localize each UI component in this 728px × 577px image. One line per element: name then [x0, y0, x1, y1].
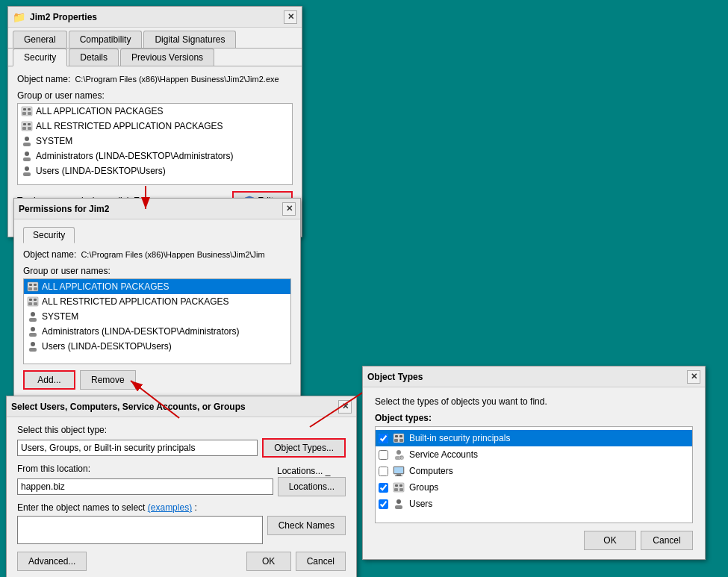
- checkbox-users[interactable]: Users: [376, 496, 692, 512]
- tab-security[interactable]: Security: [13, 49, 67, 66]
- jim2-properties-titlebar: 📁 Jim2 Properties ✕: [8, 7, 302, 28]
- checkbox-groups[interactable]: Groups: [376, 479, 692, 496]
- perm-list-item-system[interactable]: SYSTEM: [24, 309, 290, 324]
- location-row: Locations...: [17, 477, 346, 496]
- checkbox-computers[interactable]: Computers: [376, 463, 692, 479]
- enter-names-label: Enter the object names to select (exampl…: [17, 502, 346, 513]
- perm-user-icon-3: [27, 340, 39, 352]
- svg-rect-40: [399, 435, 402, 437]
- list-item-users[interactable]: Users (LINDA-DESKTOP\Users): [18, 163, 292, 178]
- svg-point-43: [396, 450, 401, 455]
- checkbox-users-input[interactable]: [379, 499, 388, 509]
- check-names-button[interactable]: Check Names: [267, 516, 346, 535]
- checkbox-groups-input[interactable]: [379, 483, 388, 493]
- users-icon: [393, 498, 405, 510]
- perm-object-name-label: Object name:: [23, 249, 76, 260]
- location-input[interactable]: [17, 478, 273, 495]
- cancel-button-select[interactable]: Cancel: [296, 552, 346, 571]
- list-item-administrators[interactable]: Administrators (LINDA-DESKTOP\Administra…: [18, 149, 292, 163]
- object-type-input[interactable]: [17, 440, 258, 456]
- tab-previous-versions[interactable]: Previous Versions: [120, 49, 214, 66]
- svg-rect-50: [395, 475, 402, 476]
- list-item-all-app[interactable]: ALL APPLICATION PACKAGES: [18, 104, 292, 119]
- object-types-button[interactable]: Object Types...: [262, 438, 346, 458]
- advanced-button[interactable]: Advanced...: [17, 552, 87, 571]
- checkbox-service-accounts[interactable]: ⚙ Service Accounts: [376, 446, 692, 463]
- perm-users-list[interactable]: ALL APPLICATION PACKAGES ALL RESTRICTED …: [23, 278, 291, 364]
- svg-rect-24: [28, 302, 32, 305]
- svg-rect-4: [28, 112, 31, 115]
- perm-group-icon-1: [27, 281, 39, 293]
- perm-list-item-administrators[interactable]: Administrators (LINDA-DESKTOP\Administra…: [24, 324, 290, 339]
- svg-point-10: [25, 137, 29, 141]
- svg-rect-25: [34, 302, 37, 305]
- object-types-dialog: Object Types ✕ Select the types of objec…: [362, 366, 706, 560]
- list-item-all-restricted[interactable]: ALL RESTRICTED APPLICATION PACKAGES: [18, 119, 292, 134]
- group-icon-1: [21, 105, 33, 117]
- svg-rect-23: [34, 299, 37, 301]
- user-icon-3: [21, 165, 33, 177]
- perm-list-item-users[interactable]: Users (LINDA-DESKTOP\Users): [24, 339, 290, 354]
- permissions-titlebar: Permissions for Jim2 ✕: [14, 199, 300, 219]
- checkbox-built-in[interactable]: Built-in security principals: [376, 430, 692, 446]
- tab-compatibility[interactable]: Compatibility: [69, 31, 143, 48]
- svg-rect-15: [23, 172, 31, 176]
- svg-rect-41: [394, 439, 398, 442]
- select-users-close[interactable]: ✕: [338, 400, 352, 414]
- perm-user-icon-1: [27, 311, 39, 322]
- location-label: From this location:: [17, 464, 346, 474]
- properties-folder-icon: 📁: [13, 11, 25, 23]
- remove-button[interactable]: Remove: [80, 370, 136, 390]
- object-types-label: Object types:: [375, 413, 693, 423]
- checkbox-computers-input[interactable]: [379, 467, 388, 476]
- names-input[interactable]: [18, 517, 262, 543]
- svg-rect-48: [394, 467, 403, 473]
- jim2-properties-title: Jim2 Properties: [30, 12, 97, 22]
- tab-security-perms[interactable]: Security: [23, 227, 75, 243]
- svg-rect-9: [28, 127, 31, 130]
- svg-rect-57: [395, 505, 402, 509]
- object-name-label: Object name:: [17, 74, 70, 84]
- object-types-title: Object Types: [367, 372, 423, 382]
- cancel-button-object-types[interactable]: Cancel: [641, 531, 693, 550]
- ok-button-object-types[interactable]: OK: [584, 531, 636, 550]
- select-users-content: Select this object type: Object Types...…: [7, 417, 356, 577]
- svg-rect-49: [396, 474, 401, 475]
- svg-rect-7: [28, 123, 31, 125]
- svg-rect-42: [399, 439, 403, 442]
- built-in-icon: [393, 432, 405, 444]
- list-item-system[interactable]: SYSTEM: [18, 134, 292, 149]
- svg-rect-17: [29, 284, 32, 286]
- svg-rect-22: [29, 299, 32, 301]
- object-name-value: C:\Program Files (x86)\Happen Business\J…: [75, 75, 279, 84]
- tab-general[interactable]: General: [13, 31, 67, 48]
- checkbox-built-in-input[interactable]: [379, 434, 388, 443]
- perm-user-icon-2: [27, 325, 39, 337]
- jim2-properties-close[interactable]: ✕: [284, 10, 297, 24]
- examples-link[interactable]: (examples): [148, 502, 192, 513]
- tab-details[interactable]: Details: [69, 49, 119, 66]
- locations-button[interactable]: Locations...: [278, 477, 346, 496]
- group-label: Group or user names:: [17, 90, 293, 101]
- svg-point-56: [396, 499, 401, 504]
- select-users-dialog: Select Users, Computers, Service Account…: [6, 396, 357, 577]
- perm-list-item-all-restricted[interactable]: ALL RESTRICTED APPLICATION PACKAGES: [24, 294, 290, 309]
- jim2-tabs-bar: General Compatibility Digital Signatures: [8, 28, 302, 49]
- ok-button-select[interactable]: OK: [246, 552, 291, 571]
- tab-digital-signatures[interactable]: Digital Signatures: [143, 31, 236, 48]
- checkbox-service-input[interactable]: [379, 450, 388, 460]
- perm-object-name-row: Object name: C:\Program Files (x86)\Happ…: [23, 249, 291, 260]
- perm-group-label: Group or user names:: [23, 266, 291, 276]
- svg-point-14: [25, 166, 29, 171]
- permissions-close[interactable]: ✕: [282, 202, 296, 216]
- jim2-users-list[interactable]: ALL APPLICATION PACKAGES ALL RESTRICTED …: [17, 103, 293, 185]
- select-users-titlebar: Select Users, Computers, Service Account…: [7, 396, 356, 417]
- add-button[interactable]: Add...: [23, 370, 75, 390]
- perm-list-item-all-app[interactable]: ALL APPLICATION PACKAGES: [24, 279, 290, 294]
- object-types-close[interactable]: ✕: [687, 370, 700, 384]
- svg-rect-6: [23, 123, 26, 125]
- svg-rect-13: [23, 157, 31, 161]
- svg-rect-11: [23, 143, 31, 146]
- object-types-list: Built-in security principals ⚙ Service A…: [375, 426, 693, 523]
- jim2-tabs-bar2: Security Details Previous Versions: [8, 49, 302, 66]
